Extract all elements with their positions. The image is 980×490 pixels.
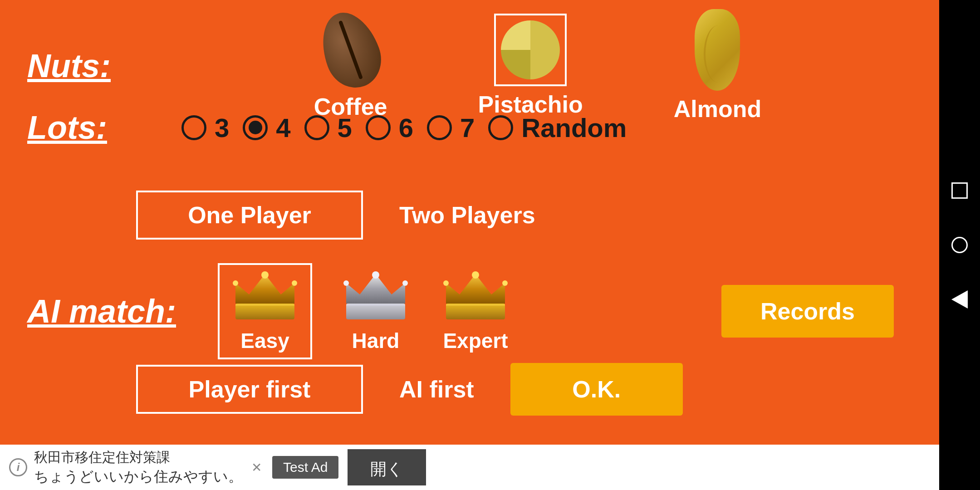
ai-first-option[interactable]: AI first: [399, 376, 474, 403]
radio-7: [427, 115, 452, 140]
back-icon: [951, 290, 968, 309]
ai-difficulty-options: Easy: [218, 263, 703, 359]
lots-option-random[interactable]: Random: [488, 113, 627, 143]
hard-label: Hard: [352, 328, 400, 353]
svg-rect-0: [235, 304, 294, 319]
hard-crown-icon: [339, 270, 412, 324]
two-players-option[interactable]: Two Players: [399, 201, 535, 229]
svg-point-9: [343, 280, 349, 286]
nav-home-button[interactable]: [951, 236, 969, 254]
lots-radio-group: 3 4 5 6 7 Random: [181, 113, 894, 143]
radio-random: [488, 115, 513, 140]
nav-back-button[interactable]: [951, 290, 969, 309]
radio-5-label: 5: [338, 113, 352, 143]
lots-option-5[interactable]: 5: [304, 113, 352, 143]
radio-5: [304, 115, 329, 140]
lots-section: Lots: 3 4 5 6 7: [27, 109, 894, 146]
radio-3: [181, 115, 206, 140]
ad-open-button[interactable]: 開く: [348, 449, 426, 485]
ad-content: 秋田市移住定住対策課 ちょうどいいから住みやすい。: [34, 448, 243, 487]
svg-point-4: [292, 280, 297, 286]
radio-4: [243, 115, 268, 140]
player-first-button[interactable]: Player first: [136, 365, 363, 414]
svg-point-8: [372, 271, 379, 279]
ad-banner: i 秋田市移住定住対策課 ちょうどいいから住みやすい。 ✕ Test Ad 開く: [0, 445, 939, 490]
svg-point-2: [261, 271, 269, 279]
ai-match-label: AI match:: [27, 293, 200, 330]
nuts-items: Coffee Pistachio Almond: [181, 9, 894, 122]
nut-coffee[interactable]: Coffee: [314, 11, 387, 120]
coffee-icon: [312, 5, 389, 96]
lots-option-3[interactable]: 3: [181, 113, 229, 143]
circle-icon: [951, 237, 968, 253]
svg-point-15: [443, 280, 449, 286]
radio-4-inner: [249, 121, 262, 134]
radio-6-label: 6: [399, 113, 413, 143]
easy-label: Easy: [240, 328, 289, 353]
nav-square-button[interactable]: [951, 181, 969, 200]
svg-point-3: [233, 280, 238, 286]
ad-info-icon: i: [9, 458, 27, 476]
nuts-label: Nuts:: [27, 47, 154, 84]
lots-label: Lots:: [27, 109, 154, 146]
ad-close-icon[interactable]: ✕: [250, 461, 263, 474]
lots-option-7[interactable]: 7: [427, 113, 475, 143]
radio-7-label: 7: [460, 113, 475, 143]
nuts-section: Nuts: Coffee Pistachio Almond: [27, 9, 894, 122]
player-mode-section: One Player Two Players: [136, 191, 758, 240]
expert-label: Expert: [443, 328, 508, 353]
ai-easy-option[interactable]: Easy: [218, 263, 312, 359]
lots-option-4[interactable]: 4: [243, 113, 290, 143]
lots-option-6[interactable]: 6: [366, 113, 413, 143]
ad-company: 秋田市移住定住対策課: [34, 448, 243, 467]
nut-almond[interactable]: Almond: [674, 9, 762, 122]
ok-button[interactable]: O.K.: [510, 363, 683, 416]
pistachio-icon: [501, 20, 560, 79]
ai-match-section: AI match:: [27, 263, 894, 359]
ai-hard-option[interactable]: Hard: [339, 270, 412, 353]
svg-rect-6: [346, 304, 405, 319]
ai-expert-option[interactable]: Expert: [439, 270, 512, 353]
ad-badge: Test Ad: [272, 456, 338, 479]
easy-crown-icon: [229, 270, 301, 324]
svg-rect-12: [446, 304, 505, 319]
svg-point-14: [472, 271, 479, 279]
svg-point-10: [402, 280, 408, 286]
nut-pistachio[interactable]: Pistachio: [478, 14, 583, 118]
records-button[interactable]: Records: [721, 285, 894, 338]
main-area: Nuts: Coffee Pistachio Almond Lots:: [0, 0, 939, 490]
one-player-button[interactable]: One Player: [136, 191, 363, 240]
radio-6: [366, 115, 391, 140]
turn-section: Player first AI first O.K.: [136, 363, 894, 416]
radio-random-label: Random: [521, 113, 627, 143]
expert-crown-icon: [439, 270, 512, 324]
ad-description: ちょうどいいから住みやすい。: [34, 467, 243, 487]
radio-4-label: 4: [276, 113, 290, 143]
almond-icon: [695, 9, 740, 91]
square-icon: [951, 182, 968, 199]
svg-point-16: [502, 280, 508, 286]
radio-3-label: 3: [215, 113, 229, 143]
ad-header: i 秋田市移住定住対策課 ちょうどいいから住みやすい。 ✕: [9, 448, 263, 487]
pistachio-selected-border: [494, 14, 567, 86]
android-nav-bar: [939, 0, 980, 490]
